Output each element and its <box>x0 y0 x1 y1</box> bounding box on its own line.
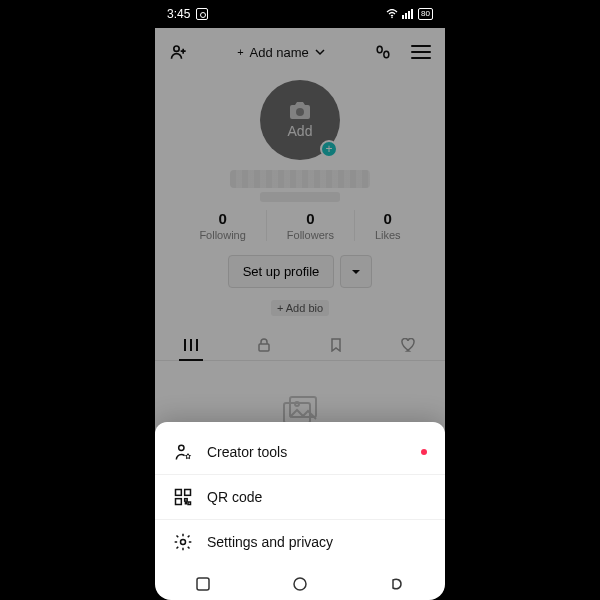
svg-rect-16 <box>176 499 182 505</box>
svg-point-22 <box>294 578 306 590</box>
svg-point-20 <box>181 540 186 545</box>
svg-rect-19 <box>185 502 188 505</box>
svg-rect-4 <box>411 9 413 19</box>
person-star-icon <box>173 442 193 462</box>
sheet-item-qr-code[interactable]: QR code <box>155 475 445 520</box>
svg-point-13 <box>179 445 184 450</box>
wifi-icon <box>386 9 398 19</box>
picture-icon <box>196 8 208 20</box>
svg-rect-2 <box>405 13 407 19</box>
svg-rect-1 <box>402 15 404 19</box>
qr-icon <box>173 487 193 507</box>
sheet-item-label: Settings and privacy <box>207 534 333 550</box>
svg-rect-14 <box>176 490 182 496</box>
svg-rect-15 <box>185 490 191 496</box>
sheet-item-settings[interactable]: Settings and privacy <box>155 520 445 564</box>
gear-icon <box>173 532 193 552</box>
svg-rect-18 <box>188 502 191 505</box>
phone-frame: 3:45 80 + Add name <box>155 0 445 600</box>
sheet-item-label: QR code <box>207 489 262 505</box>
home-button[interactable] <box>291 575 309 593</box>
recent-apps-button[interactable] <box>194 575 212 593</box>
status-bar: 3:45 80 <box>155 0 445 28</box>
signal-icon <box>402 9 414 19</box>
back-button[interactable] <box>388 575 406 593</box>
bottom-sheet: Creator tools QR code Settings and priva… <box>155 422 445 568</box>
svg-rect-21 <box>197 578 209 590</box>
app-area: + Add name Add + <box>155 28 445 568</box>
notification-dot <box>421 449 427 455</box>
battery-icon: 80 <box>418 8 433 20</box>
svg-point-0 <box>391 17 393 19</box>
status-time: 3:45 <box>167 7 190 21</box>
sheet-item-label: Creator tools <box>207 444 287 460</box>
svg-rect-3 <box>408 11 410 19</box>
android-nav-bar <box>155 568 445 600</box>
svg-rect-17 <box>185 499 188 502</box>
sheet-item-creator-tools[interactable]: Creator tools <box>155 430 445 475</box>
